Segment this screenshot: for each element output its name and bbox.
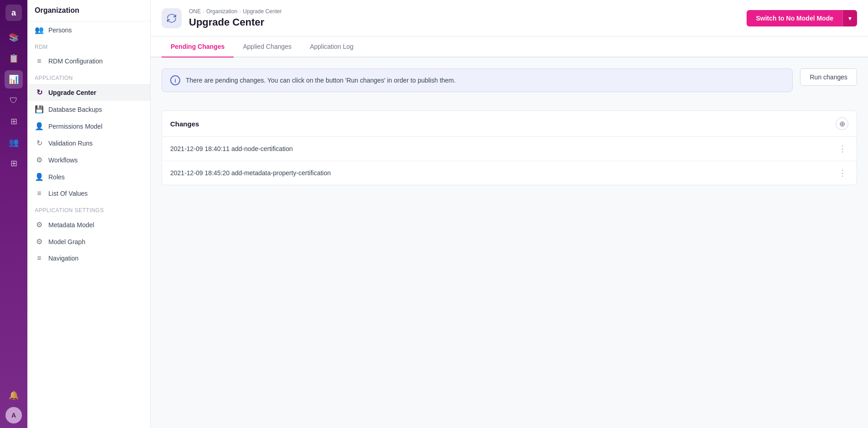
validation-runs-label: Validation Runs (48, 140, 93, 147)
header-left: ONE › Organization › Upgrade Center Upgr… (162, 8, 282, 28)
application-section-label: Application (27, 69, 150, 84)
change-row-text-2: 2021-12-09 18:45:20 add-metadata-propert… (170, 169, 331, 177)
metadata-model-icon: ⚙ (35, 220, 44, 229)
more-options-icon-2[interactable]: ⋮ (837, 167, 848, 179)
run-changes-button[interactable]: Run changes (800, 68, 857, 86)
sidebar-item-metadata-model[interactable]: ⚙ Metadata Model (27, 216, 150, 233)
refresh-icon (166, 13, 177, 24)
navigation-label: Navigation (48, 255, 78, 262)
icon-bar-bottom: 🔔 A (5, 386, 23, 423)
bell-icon[interactable]: 🔔 (5, 386, 23, 404)
breadcrumb-page: Upgrade Center (243, 8, 282, 15)
rdm-config-label: RDM Configuration (48, 57, 103, 65)
roles-icon: 👤 (35, 172, 44, 181)
banner-row: i There are pending changes. You can cli… (162, 68, 857, 101)
plus-square-icon[interactable]: ⊞ (5, 154, 23, 172)
users-icon[interactable]: 👥 (5, 133, 23, 151)
sidebar-item-model-graph[interactable]: ⚙ Model Graph (27, 233, 150, 250)
change-row: 2021-12-09 18:45:20 add-metadata-propert… (162, 161, 857, 185)
switch-dropdown-button[interactable]: ▾ (842, 10, 857, 26)
sidebar-item-permissions-model[interactable]: 👤 Permissions Model (27, 118, 150, 135)
persons-icon: 👥 (35, 26, 44, 34)
list-of-values-label: List Of Values (48, 190, 88, 197)
permissions-model-label: Permissions Model (48, 123, 102, 130)
change-row: 2021-12-09 18:40:11 add-node-certificati… (162, 137, 857, 161)
sidebar-item-database-backups[interactable]: 💾 Database Backups (27, 101, 150, 118)
switch-to-no-model-button[interactable]: Switch to No Model Mode (747, 10, 842, 26)
icon-bar: a 📚 📋 📊 🛡 ⊞ 👥 ⊞ 🔔 A (0, 0, 27, 428)
header: ONE › Organization › Upgrade Center Upgr… (151, 0, 868, 37)
info-text: There are pending changes. You can click… (186, 77, 455, 84)
page-title: Upgrade Center (189, 16, 282, 28)
database-backups-label: Database Backups (48, 106, 102, 113)
org-name: Organization (27, 0, 150, 21)
model-graph-icon: ⚙ (35, 237, 44, 246)
header-right: Switch to No Model Mode ▾ (747, 10, 857, 26)
more-options-icon-1[interactable]: ⋮ (837, 143, 848, 155)
shield-icon[interactable]: 🛡 (5, 91, 23, 110)
upgrade-center-label: Upgrade Center (48, 89, 96, 96)
changes-header: Changes ⊕ (162, 111, 857, 137)
chart-icon[interactable]: 📊 (5, 70, 23, 89)
breadcrumb-org: Organization (206, 8, 237, 15)
validation-runs-icon: ↻ (35, 139, 44, 147)
change-row-text-1: 2021-12-09 18:40:11 add-node-certificati… (170, 145, 293, 152)
header-titles: ONE › Organization › Upgrade Center Upgr… (189, 8, 282, 28)
tab-application-log[interactable]: Application Log (301, 37, 363, 57)
changes-section: Changes ⊕ 2021-12-09 18:40:11 add-node-c… (162, 110, 857, 185)
avatar[interactable]: A (5, 407, 22, 423)
app-logo[interactable]: a (5, 5, 22, 21)
tab-pending-changes[interactable]: Pending Changes (162, 37, 234, 57)
rdm-section-label: RDM (27, 38, 150, 53)
metadata-model-label: Metadata Model (48, 221, 94, 229)
content-area: Pending Changes Applied Changes Applicat… (151, 37, 868, 428)
tabs: Pending Changes Applied Changes Applicat… (151, 37, 868, 57)
database-backups-icon: 💾 (35, 105, 44, 114)
breadcrumb: ONE › Organization › Upgrade Center (189, 8, 282, 15)
roles-label: Roles (48, 173, 65, 181)
book-icon[interactable]: 📚 (5, 28, 23, 47)
list-of-values-icon: ≡ (35, 189, 44, 198)
sidebar-item-list-of-values[interactable]: ≡ List Of Values (27, 185, 150, 202)
sidebar: Organization 👥 Persons RDM ≡ RDM Configu… (27, 0, 151, 428)
sidebar-item-workflows[interactable]: ⚙ Workflows (27, 151, 150, 168)
info-icon: i (170, 75, 180, 85)
grid-icon[interactable]: ⊞ (5, 112, 23, 130)
workflows-icon: ⚙ (35, 156, 44, 164)
sidebar-item-upgrade-center[interactable]: ↻ Upgrade Center (27, 84, 150, 101)
settings-section-label: Application Settings (27, 202, 150, 216)
tab-applied-changes[interactable]: Applied Changes (234, 37, 301, 57)
rdm-config-icon: ≡ (35, 57, 44, 65)
add-change-button[interactable]: ⊕ (836, 117, 848, 130)
upgrade-center-icon: ↻ (35, 88, 44, 97)
sidebar-item-rdm-config[interactable]: ≡ RDM Configuration (27, 53, 150, 69)
sidebar-item-navigation[interactable]: ≡ Navigation (27, 250, 150, 266)
model-graph-label: Model Graph (48, 238, 85, 245)
changes-title: Changes (170, 120, 199, 128)
navigation-icon: ≡ (35, 254, 44, 262)
sidebar-item-validation-runs[interactable]: ↻ Validation Runs (27, 135, 150, 151)
workflows-label: Workflows (48, 157, 78, 164)
info-banner: i There are pending changes. You can cli… (162, 68, 793, 92)
permissions-model-icon: 👤 (35, 122, 44, 130)
sidebar-item-persons[interactable]: 👥 Persons (27, 21, 150, 38)
sidebar-item-roles[interactable]: 👤 Roles (27, 168, 150, 185)
breadcrumb-one: ONE (189, 8, 201, 15)
persons-label: Persons (48, 26, 72, 34)
main-content: ONE › Organization › Upgrade Center Upgr… (151, 0, 868, 428)
page-icon-wrapper (162, 8, 182, 28)
clipboard-icon[interactable]: 📋 (5, 49, 23, 68)
